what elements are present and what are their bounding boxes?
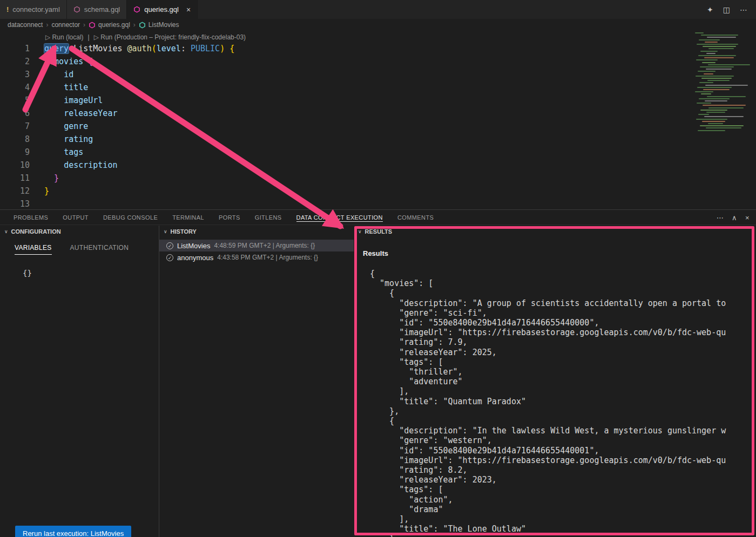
line-number: 10 xyxy=(0,159,30,172)
panel-tab-bar: PROBLEMSOUTPUTDEBUG CONSOLETERMINALPORTS… xyxy=(0,210,756,225)
line-number: 11 xyxy=(0,172,30,185)
line-number: 12 xyxy=(0,185,30,198)
config-tab-variables[interactable]: VARIABLES xyxy=(15,244,52,255)
chevron-down-icon: ∨ xyxy=(4,229,8,234)
editor-tabs: !connector.yamlschema.gqlqueries.gql× xyxy=(0,0,198,19)
panel-tab-output[interactable]: OUTPUT xyxy=(63,210,89,225)
history-item-meta: 4:48:59 PM GMT+2 | Arguments: {} xyxy=(214,242,315,249)
breadcrumb-item-listmovies[interactable]: ListMovies xyxy=(139,21,179,29)
code-line[interactable]: 1query ListMovies @auth(level: PUBLIC) { xyxy=(0,42,756,55)
close-icon[interactable]: × xyxy=(186,5,191,14)
panel-body: ∨ CONFIGURATION VARIABLESAUTHENTICATION … xyxy=(0,226,756,537)
breadcrumb: dataconnect›connector›queries.gql›ListMo… xyxy=(0,19,756,31)
tab-queries-gql[interactable]: queries.gql× xyxy=(127,0,198,19)
line-number: 4 xyxy=(0,81,30,94)
minimap[interactable] xyxy=(693,31,755,133)
line-number: 3 xyxy=(0,68,30,81)
vscode-window: !connector.yamlschema.gqlqueries.gql× ✦◫… xyxy=(0,0,756,537)
graphql-icon xyxy=(133,6,140,13)
line-number: 1 xyxy=(0,42,30,55)
code-line[interactable]: 3 id xyxy=(0,68,756,81)
line-number: 6 xyxy=(0,107,30,120)
history-row[interactable]: ✓anonymous4:43:58 PM GMT+2 | Arguments: … xyxy=(159,251,354,263)
breadcrumb-item-queries-gql[interactable]: queries.gql xyxy=(89,21,130,29)
tab-label: connector.yaml xyxy=(12,5,59,13)
line-number: 8 xyxy=(0,133,30,146)
history-list: ✓ListMovies4:48:59 PM GMT+2 | Arguments:… xyxy=(159,240,354,263)
tab-connector-yaml[interactable]: !connector.yaml xyxy=(0,0,67,19)
code-line[interactable]: 5 imageUrl xyxy=(0,94,756,107)
history-item-meta: 4:43:58 PM GMT+2 | Arguments: {} xyxy=(217,254,318,261)
results-header-label: RESULTS xyxy=(365,228,393,235)
editor-actions: ✦◫⋯ xyxy=(707,0,756,19)
line-number: 7 xyxy=(0,120,30,133)
panel-tab-terminal[interactable]: TERMINAL xyxy=(172,210,204,225)
tab-label: queries.gql xyxy=(144,5,179,13)
more-actions-icon[interactable]: ⋯ xyxy=(717,214,724,222)
editor-tab-bar: !connector.yamlschema.gqlqueries.gql× ✦◫… xyxy=(0,0,756,19)
warning-icon: ! xyxy=(6,5,9,13)
breadcrumb-separator: › xyxy=(133,21,136,29)
bottom-panel: PROBLEMSOUTPUTDEBUG CONSOLETERMINALPORTS… xyxy=(0,209,756,537)
close-panel-icon[interactable]: × xyxy=(745,214,750,222)
more-actions-icon[interactable]: ⋯ xyxy=(740,5,747,14)
breadcrumb-label: dataconnect xyxy=(8,21,43,29)
history-header[interactable]: ∨ HISTORY xyxy=(159,226,354,237)
panel-tab-comments[interactable]: COMMENTS xyxy=(397,210,434,225)
line-number: 9 xyxy=(0,146,30,159)
variables-value[interactable]: {} xyxy=(23,269,159,277)
code-line[interactable]: 4 title xyxy=(0,81,756,94)
line-number: 5 xyxy=(0,94,30,107)
panel-tabs: PROBLEMSOUTPUTDEBUG CONSOLETERMINALPORTS… xyxy=(14,210,434,225)
breadcrumb-label: queries.gql xyxy=(98,21,130,29)
results-json[interactable]: { "movies": [ { "description": "A group … xyxy=(370,269,754,537)
panel-tab-ports[interactable]: PORTS xyxy=(219,210,240,225)
history-section: ∨ HISTORY ✓ListMovies4:48:59 PM GMT+2 | … xyxy=(159,226,354,537)
split-editor-icon[interactable]: ◫ xyxy=(723,5,730,14)
code-line[interactable]: 12} xyxy=(0,185,756,198)
check-circle-icon: ✓ xyxy=(166,242,173,249)
code-line[interactable]: 10 description xyxy=(0,159,756,172)
code-line[interactable]: 7 genre xyxy=(0,120,756,133)
graphql-icon xyxy=(89,22,96,29)
code-line[interactable]: 8 rating xyxy=(0,133,756,146)
config-tab-authentication[interactable]: AUTHENTICATION xyxy=(70,244,129,255)
breadcrumb-item-dataconnect[interactable]: dataconnect xyxy=(8,21,43,29)
configuration-section: ∨ CONFIGURATION VARIABLESAUTHENTICATION … xyxy=(0,226,159,537)
panel-tab-data-connect-execution[interactable]: DATA CONNECT EXECUTION xyxy=(296,210,383,225)
check-circle-icon: ✓ xyxy=(166,254,173,261)
breadcrumb-item-connector[interactable]: connector xyxy=(51,21,80,29)
codelens-run-local[interactable]: ▷ Run (local) xyxy=(45,33,84,41)
breadcrumb-separator: › xyxy=(46,21,48,29)
code-line[interactable]: 13 xyxy=(0,198,756,210)
results-header[interactable]: ∨ RESULTS xyxy=(354,226,756,237)
tab-label: schema.gql xyxy=(84,5,120,13)
breadcrumb-separator: › xyxy=(83,21,85,29)
codelens-divider: | xyxy=(88,33,90,41)
results-section: ∨ RESULTS Results { "movies": [ { "descr… xyxy=(354,226,756,537)
code-line[interactable]: 9 tags xyxy=(0,146,756,159)
code-line[interactable]: 11 } xyxy=(0,172,756,185)
maximize-panel-icon[interactable]: ∧ xyxy=(732,214,737,222)
code-line[interactable]: 2 movies { xyxy=(0,55,756,68)
graphql-icon xyxy=(73,6,80,13)
panel-tab-problems[interactable]: PROBLEMS xyxy=(14,210,48,225)
rerun-button[interactable]: Rerun last execution: ListMovies xyxy=(15,526,131,537)
panel-tab-debug-console[interactable]: DEBUG CONSOLE xyxy=(103,210,158,225)
line-number: 2 xyxy=(0,55,30,68)
panel-tab-gitlens[interactable]: GITLENS xyxy=(255,210,282,225)
line-number: 13 xyxy=(0,198,30,210)
history-header-label: HISTORY xyxy=(171,228,197,235)
codelens: ▷ Run (local) | ▷ Run (Production – Proj… xyxy=(45,33,756,42)
tab-schema-gql[interactable]: schema.gql xyxy=(67,0,127,19)
code-line[interactable]: 6 releaseYear xyxy=(0,107,756,120)
copilot-icon[interactable]: ✦ xyxy=(707,5,713,14)
history-item-name: anonymous xyxy=(177,254,213,262)
configuration-header[interactable]: ∨ CONFIGURATION xyxy=(0,226,159,237)
history-row[interactable]: ✓ListMovies4:48:59 PM GMT+2 | Arguments:… xyxy=(159,240,354,251)
editor: ▷ Run (local) | ▷ Run (Production – Proj… xyxy=(0,31,756,209)
code-area[interactable]: 1query ListMovies @auth(level: PUBLIC) {… xyxy=(0,42,756,210)
chevron-down-icon: ∨ xyxy=(358,229,362,234)
breadcrumb-label: connector xyxy=(51,21,80,29)
codelens-run-production[interactable]: ▷ Run (Production – Project: friendly-fl… xyxy=(94,33,246,41)
